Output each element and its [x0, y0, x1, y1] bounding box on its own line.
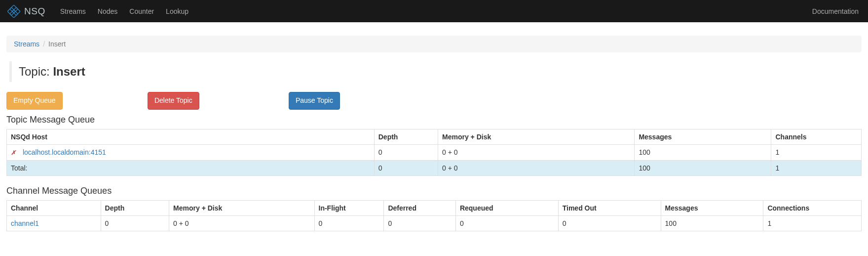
action-button-row: Empty Queue Delete Topic Pause Topic — [6, 92, 862, 110]
topic-message-queue-table: NSQd Host Depth Memory + Disk Messages C… — [6, 129, 862, 176]
cell-total-depth: 0 — [374, 160, 438, 175]
svg-rect-1 — [10, 9, 18, 17]
topic-header-block: Topic: Insert — [9, 61, 862, 82]
nav-documentation[interactable]: Documentation — [810, 0, 861, 22]
svg-rect-3 — [12, 7, 20, 15]
nav-counter[interactable]: Counter — [123, 0, 160, 22]
topic-name: Insert — [53, 65, 85, 78]
cell-messages: 100 — [661, 215, 763, 231]
cell-depth: 0 — [101, 215, 169, 231]
cell-total-label: Total: — [7, 160, 375, 175]
breadcrumb-item-streams: Streams — [14, 40, 39, 48]
nav-nodes[interactable]: Nodes — [92, 0, 123, 22]
th-messages: Messages — [661, 200, 763, 215]
table-total-row: Total: 0 0 + 0 100 1 — [7, 160, 862, 175]
cell-channels: 1 — [771, 144, 862, 160]
col-pause: Pause Topic — [289, 92, 430, 110]
cell-depth: 0 — [374, 144, 438, 160]
brand-link[interactable]: NSQ — [7, 5, 45, 18]
th-messages: Messages — [635, 129, 771, 144]
th-channels: Channels — [771, 129, 862, 144]
cell-memdisk: 0 + 0 — [438, 144, 635, 160]
main-container: Streams / Insert Topic: Insert Empty Que… — [0, 22, 868, 248]
nav-left: NSQ Streams Nodes Counter Lookup — [7, 0, 194, 22]
pause-topic-button[interactable]: Pause Topic — [289, 92, 340, 110]
th-timedout: Timed Out — [558, 200, 661, 215]
th-deferred: Deferred — [384, 200, 456, 215]
topic-prefix: Topic: — [19, 65, 53, 78]
cell-timedout: 0 — [558, 215, 661, 231]
nsq-logo-icon — [7, 5, 20, 18]
table-row: ✗ localhost.localdomain:4151 0 0 + 0 100… — [7, 144, 862, 160]
empty-queue-button[interactable]: Empty Queue — [6, 92, 63, 110]
th-depth: Depth — [101, 200, 169, 215]
th-connections: Connections — [763, 200, 862, 215]
delete-topic-button[interactable]: Delete Topic — [148, 92, 199, 110]
col-delete: Delete Topic — [148, 92, 289, 110]
th-inflight: In-Flight — [314, 200, 384, 215]
breadcrumb-separator: / — [39, 40, 48, 48]
breadcrumb: Streams / Insert — [6, 36, 862, 52]
th-host: NSQd Host — [7, 129, 375, 144]
table-header-row: NSQd Host Depth Memory + Disk Messages C… — [7, 129, 862, 144]
navbar: NSQ Streams Nodes Counter Lookup Documen… — [0, 0, 868, 22]
th-channel: Channel — [7, 200, 101, 215]
nav-lookup[interactable]: Lookup — [160, 0, 194, 22]
remove-host-button[interactable]: ✗ — [11, 149, 16, 156]
cell-messages: 100 — [635, 144, 771, 160]
cell-channel: channel1 — [7, 215, 101, 231]
channel-message-queues-heading: Channel Message Queues — [6, 186, 862, 196]
cell-host: ✗ localhost.localdomain:4151 — [7, 144, 375, 160]
cell-total-channels: 1 — [771, 160, 862, 175]
table-header-row: Channel Depth Memory + Disk In-Flight De… — [7, 200, 862, 215]
th-memdisk: Memory + Disk — [169, 200, 314, 215]
cell-total-memdisk: 0 + 0 — [438, 160, 635, 175]
table-row: channel1 0 0 + 0 0 0 0 0 100 1 — [7, 215, 862, 231]
cell-connections: 1 — [763, 215, 862, 231]
breadcrumb-item-current: Insert — [48, 40, 66, 48]
cell-requeued: 0 — [455, 215, 558, 231]
th-depth: Depth — [374, 129, 438, 144]
page-title: Topic: Insert — [19, 65, 862, 79]
channel-message-queues-table: Channel Depth Memory + Disk In-Flight De… — [6, 200, 862, 231]
channel-link[interactable]: channel1 — [11, 219, 39, 227]
host-link[interactable]: localhost.localdomain:4151 — [23, 148, 106, 156]
nav-streams[interactable]: Streams — [54, 0, 92, 22]
th-memdisk: Memory + Disk — [438, 129, 635, 144]
svg-rect-0 — [10, 5, 18, 13]
svg-rect-2 — [7, 7, 15, 15]
brand-label: NSQ — [24, 6, 45, 17]
col-empty: Empty Queue — [6, 92, 148, 110]
nav-links: Streams Nodes Counter Lookup — [54, 0, 194, 22]
cell-total-messages: 100 — [635, 160, 771, 175]
topic-message-queue-heading: Topic Message Queue — [6, 115, 862, 125]
breadcrumb-link-streams[interactable]: Streams — [14, 40, 39, 48]
cell-inflight: 0 — [314, 215, 384, 231]
cell-memdisk: 0 + 0 — [169, 215, 314, 231]
th-requeued: Requeued — [455, 200, 558, 215]
cell-deferred: 0 — [384, 215, 456, 231]
